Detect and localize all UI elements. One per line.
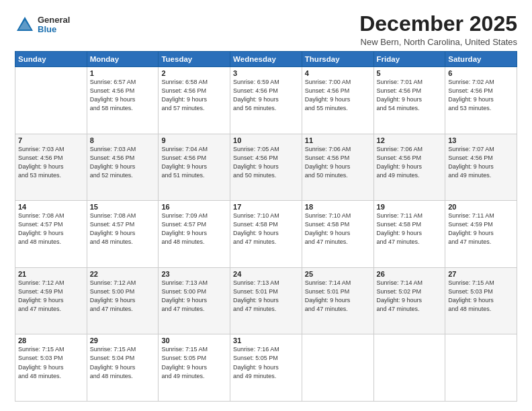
calendar-cell: 26Sunrise: 7:14 AMSunset: 5:02 PMDayligh… bbox=[373, 267, 445, 334]
day-number: 23 bbox=[161, 270, 227, 278]
calendar-cell: 21Sunrise: 7:12 AMSunset: 4:59 PMDayligh… bbox=[15, 267, 87, 334]
day-info: Sunrise: 6:57 AMSunset: 4:56 PMDaylight:… bbox=[90, 78, 156, 113]
day-info: Sunrise: 7:15 AMSunset: 5:05 PMDaylight:… bbox=[161, 345, 227, 380]
day-info: Sunrise: 7:05 AMSunset: 4:56 PMDaylight:… bbox=[233, 145, 299, 180]
calendar-cell: 17Sunrise: 7:10 AMSunset: 4:58 PMDayligh… bbox=[230, 201, 302, 268]
day-number: 15 bbox=[90, 203, 156, 211]
day-number: 21 bbox=[18, 270, 84, 278]
calendar-cell bbox=[302, 334, 373, 402]
day-number: 28 bbox=[18, 336, 84, 345]
day-info: Sunrise: 7:15 AMSunset: 5:04 PMDaylight:… bbox=[90, 345, 156, 380]
day-info: Sunrise: 7:11 AMSunset: 4:58 PMDaylight:… bbox=[377, 212, 443, 246]
calendar-cell: 11Sunrise: 7:06 AMSunset: 4:56 PMDayligh… bbox=[302, 134, 373, 201]
calendar-cell: 15Sunrise: 7:08 AMSunset: 4:57 PMDayligh… bbox=[87, 201, 159, 268]
day-info: Sunrise: 7:11 AMSunset: 4:59 PMDaylight:… bbox=[448, 212, 514, 246]
day-number: 20 bbox=[448, 203, 514, 211]
calendar-cell: 30Sunrise: 7:15 AMSunset: 5:05 PMDayligh… bbox=[159, 334, 230, 402]
col-header-thursday: Thursday bbox=[302, 52, 373, 67]
day-number: 8 bbox=[90, 136, 156, 144]
day-info: Sunrise: 7:08 AMSunset: 4:57 PMDaylight:… bbox=[90, 212, 156, 246]
day-number: 30 bbox=[161, 336, 227, 345]
calendar-cell bbox=[373, 334, 445, 402]
header-row: SundayMondayTuesdayWednesdayThursdayFrid… bbox=[15, 52, 517, 67]
calendar-cell: 25Sunrise: 7:14 AMSunset: 5:01 PMDayligh… bbox=[302, 267, 373, 334]
day-info: Sunrise: 7:00 AMSunset: 4:56 PMDaylight:… bbox=[305, 78, 371, 113]
calendar-cell: 14Sunrise: 7:08 AMSunset: 4:57 PMDayligh… bbox=[15, 201, 87, 268]
calendar-cell: 5Sunrise: 7:01 AMSunset: 4:56 PMDaylight… bbox=[373, 67, 445, 134]
day-info: Sunrise: 7:12 AMSunset: 4:59 PMDaylight:… bbox=[18, 279, 84, 314]
calendar-cell: 9Sunrise: 7:04 AMSunset: 4:56 PMDaylight… bbox=[159, 134, 230, 201]
day-info: Sunrise: 7:02 AMSunset: 4:56 PMDaylight:… bbox=[448, 78, 514, 113]
calendar-table: SundayMondayTuesdayWednesdayThursdayFrid… bbox=[15, 51, 517, 402]
day-number: 14 bbox=[18, 203, 84, 211]
day-number: 18 bbox=[305, 203, 371, 211]
calendar-cell: 24Sunrise: 7:13 AMSunset: 5:01 PMDayligh… bbox=[230, 267, 302, 334]
day-number: 24 bbox=[233, 270, 299, 278]
calendar-cell: 1Sunrise: 6:57 AMSunset: 4:56 PMDaylight… bbox=[87, 67, 159, 134]
location: New Bern, North Carolina, United States bbox=[359, 37, 517, 47]
calendar-week-4: 28Sunrise: 7:15 AMSunset: 5:03 PMDayligh… bbox=[15, 334, 517, 402]
day-number: 19 bbox=[377, 203, 443, 211]
day-info: Sunrise: 7:03 AMSunset: 4:56 PMDaylight:… bbox=[90, 145, 156, 180]
day-number: 22 bbox=[90, 270, 156, 278]
col-header-sunday: Sunday bbox=[15, 52, 87, 67]
col-header-wednesday: Wednesday bbox=[230, 52, 302, 67]
day-info: Sunrise: 7:14 AMSunset: 5:01 PMDaylight:… bbox=[305, 279, 371, 314]
day-info: Sunrise: 7:04 AMSunset: 4:56 PMDaylight:… bbox=[161, 145, 227, 180]
calendar-cell: 2Sunrise: 6:58 AMSunset: 4:56 PMDaylight… bbox=[159, 67, 230, 134]
calendar-week-0: 1Sunrise: 6:57 AMSunset: 4:56 PMDaylight… bbox=[15, 67, 517, 134]
day-info: Sunrise: 7:12 AMSunset: 5:00 PMDaylight:… bbox=[90, 279, 156, 314]
day-info: Sunrise: 6:58 AMSunset: 4:56 PMDaylight:… bbox=[161, 78, 227, 113]
day-number: 1 bbox=[90, 69, 156, 77]
col-header-saturday: Saturday bbox=[445, 52, 517, 67]
calendar-cell: 19Sunrise: 7:11 AMSunset: 4:58 PMDayligh… bbox=[373, 201, 445, 268]
day-number: 3 bbox=[233, 69, 299, 77]
calendar-cell: 4Sunrise: 7:00 AMSunset: 4:56 PMDaylight… bbox=[302, 67, 373, 134]
day-number: 26 bbox=[377, 270, 443, 278]
day-number: 17 bbox=[233, 203, 299, 211]
day-info: Sunrise: 7:06 AMSunset: 4:56 PMDaylight:… bbox=[377, 145, 443, 180]
day-number: 5 bbox=[377, 69, 443, 77]
day-info: Sunrise: 7:13 AMSunset: 5:00 PMDaylight:… bbox=[161, 279, 227, 314]
day-info: Sunrise: 7:07 AMSunset: 4:56 PMDaylight:… bbox=[448, 145, 514, 180]
day-number: 11 bbox=[305, 136, 371, 144]
day-number: 7 bbox=[18, 136, 84, 144]
calendar-cell: 6Sunrise: 7:02 AMSunset: 4:56 PMDaylight… bbox=[445, 67, 517, 134]
day-info: Sunrise: 7:06 AMSunset: 4:56 PMDaylight:… bbox=[305, 145, 371, 180]
calendar-week-1: 7Sunrise: 7:03 AMSunset: 4:56 PMDaylight… bbox=[15, 134, 517, 201]
col-header-tuesday: Tuesday bbox=[159, 52, 230, 67]
col-header-friday: Friday bbox=[373, 52, 445, 67]
day-info: Sunrise: 7:16 AMSunset: 5:05 PMDaylight:… bbox=[233, 345, 299, 380]
calendar-week-3: 21Sunrise: 7:12 AMSunset: 4:59 PMDayligh… bbox=[15, 267, 517, 334]
logo-general: General bbox=[38, 15, 70, 25]
calendar-cell: 22Sunrise: 7:12 AMSunset: 5:00 PMDayligh… bbox=[87, 267, 159, 334]
calendar-cell: 28Sunrise: 7:15 AMSunset: 5:03 PMDayligh… bbox=[15, 334, 87, 402]
day-number: 4 bbox=[305, 69, 371, 77]
calendar-cell: 3Sunrise: 6:59 AMSunset: 4:56 PMDaylight… bbox=[230, 67, 302, 134]
day-info: Sunrise: 7:15 AMSunset: 5:03 PMDaylight:… bbox=[18, 345, 84, 380]
title-block: December 2025 New Bern, North Carolina, … bbox=[359, 12, 517, 47]
calendar-cell: 8Sunrise: 7:03 AMSunset: 4:56 PMDaylight… bbox=[87, 134, 159, 201]
calendar-cell: 31Sunrise: 7:16 AMSunset: 5:05 PMDayligh… bbox=[230, 334, 302, 402]
calendar-cell: 16Sunrise: 7:09 AMSunset: 4:57 PMDayligh… bbox=[159, 201, 230, 268]
day-number: 16 bbox=[161, 203, 227, 211]
calendar-cell: 27Sunrise: 7:15 AMSunset: 5:03 PMDayligh… bbox=[445, 267, 517, 334]
header: General Blue December 2025 New Bern, Nor… bbox=[15, 12, 517, 47]
calendar-week-2: 14Sunrise: 7:08 AMSunset: 4:57 PMDayligh… bbox=[15, 201, 517, 268]
day-number: 10 bbox=[233, 136, 299, 144]
day-info: Sunrise: 7:08 AMSunset: 4:57 PMDaylight:… bbox=[18, 212, 84, 246]
page: General Blue December 2025 New Bern, Nor… bbox=[0, 0, 532, 411]
day-number: 2 bbox=[161, 69, 227, 77]
day-number: 27 bbox=[448, 270, 514, 278]
calendar-cell: 29Sunrise: 7:15 AMSunset: 5:04 PMDayligh… bbox=[87, 334, 159, 402]
day-info: Sunrise: 6:59 AMSunset: 4:56 PMDaylight:… bbox=[233, 78, 299, 113]
day-info: Sunrise: 7:10 AMSunset: 4:58 PMDaylight:… bbox=[233, 212, 299, 246]
day-info: Sunrise: 7:01 AMSunset: 4:56 PMDaylight:… bbox=[377, 78, 443, 113]
day-info: Sunrise: 7:14 AMSunset: 5:02 PMDaylight:… bbox=[377, 279, 443, 314]
calendar-cell: 23Sunrise: 7:13 AMSunset: 5:00 PMDayligh… bbox=[159, 267, 230, 334]
day-number: 25 bbox=[305, 270, 371, 278]
day-number: 29 bbox=[90, 336, 156, 345]
calendar-cell: 10Sunrise: 7:05 AMSunset: 4:56 PMDayligh… bbox=[230, 134, 302, 201]
calendar-cell: 13Sunrise: 7:07 AMSunset: 4:56 PMDayligh… bbox=[445, 134, 517, 201]
day-number: 12 bbox=[377, 136, 443, 144]
